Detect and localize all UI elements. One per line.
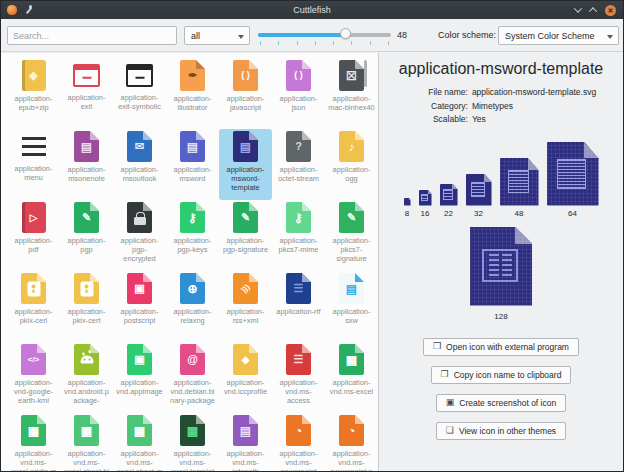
view-themes-button[interactable]: ❏View icon in other themes (436, 422, 566, 440)
size-label: 48 (515, 209, 524, 218)
slider-tick (351, 41, 352, 45)
maximize-icon[interactable] (589, 7, 597, 15)
icon-label: application-vnd.ms-excel.addin.m (7, 449, 60, 471)
icon-label: application-pgp-signature (219, 236, 272, 254)
pin-icon[interactable] (24, 5, 34, 15)
icon-grid-item[interactable]: )))application-rss+xml (219, 271, 272, 342)
icon-label: application-vnd.ms-powerpoint.a (325, 449, 378, 471)
icon-grid-item[interactable]: application-pkix-cerl (7, 271, 60, 342)
keyhole-glyph (80, 281, 93, 296)
icon-grid-item[interactable]: ◔application-vnd.ms-powerpoint.a (325, 413, 378, 471)
icon-grid-item[interactable]: ▣application-postscript (113, 271, 166, 342)
icon-grid-item[interactable]: ▦application-vnd.ms-excel.templat (166, 413, 219, 471)
mimetype-icon: ✎ (233, 202, 258, 233)
icon-label: application-menu (7, 164, 60, 182)
preview-icon (440, 184, 458, 206)
titlebar[interactable]: Cuttlefish ✕ (1, 1, 623, 19)
mimetype-icon: ☒ (339, 60, 364, 91)
preview-icon (419, 190, 432, 206)
icon-label: application-illustrator (166, 94, 219, 112)
icon-grid-item[interactable]: ☰application-rtf (272, 271, 325, 342)
category-filter-dropdown[interactable]: all (184, 26, 250, 45)
cuttlefish-window: Cuttlefish ✕ all 48 Color scheme: System… (0, 0, 624, 472)
size-label: 64 (568, 209, 577, 218)
icon-grid-item[interactable]: ⚷application-pkcs7-mime (272, 200, 325, 271)
icon-grid-item[interactable]: ?application-octet-stream (272, 129, 325, 200)
icon-label: application-pgp-encrypted (113, 236, 166, 263)
icon-grid-item[interactable]: ▤application-msonenote (60, 129, 113, 200)
screenshot-button[interactable]: ▣Create screenshot of icon (436, 394, 566, 412)
color-scheme-dropdown[interactable]: System Color Scheme (498, 26, 619, 45)
icon-grid-item[interactable]: application-pgp-encrypted (113, 200, 166, 271)
slider-tick (297, 41, 298, 45)
icon-grid-item[interactable]: ✎application-pkcs7-signature (325, 200, 378, 271)
icon-grid-item[interactable]: ✉application-msoutlook (113, 129, 166, 200)
icon-label: application-vnd.android.package- (60, 378, 113, 405)
icon-label: application-pgp-keys (166, 236, 219, 254)
mimetype-icon: ☰ (286, 273, 311, 304)
icon-grid-item[interactable]: ✒application-illustrator (166, 58, 219, 129)
icon-grid-item[interactable]: ◔application-vnd.ms-powerpoint (272, 413, 325, 471)
icon-grid-item[interactable]: ▤application-msword-template (219, 129, 272, 200)
size-label: 16 (421, 209, 430, 218)
icon-grid-item[interactable]: ▤application-msword (166, 129, 219, 200)
icon-grid-item[interactable]: ◆application-vnd.iccprofile (219, 342, 272, 413)
vertical-scrollbar[interactable] (364, 60, 367, 87)
icon-grid-item[interactable]: ✎application-pgp (60, 200, 113, 271)
glyph: ▦ (74, 415, 99, 446)
icon-grid-item[interactable]: ▷application-pdf (7, 200, 60, 271)
icon-label: application-vnd.debian.binary-package (166, 378, 219, 405)
close-icon[interactable]: ✕ (605, 5, 616, 16)
glyph: ⊕ (180, 273, 205, 304)
icon-label: application-mac-binhex40 (325, 94, 378, 112)
icon-label: application-exit-symbolic (113, 93, 166, 111)
icon-grid-item[interactable]: ▦application-vnd.ms-excel.sheet.bi (60, 413, 113, 471)
icon-grid-item[interactable]: application-exit (60, 58, 113, 129)
icon-grid-item[interactable]: ☰application-vnd.ms-access (272, 342, 325, 413)
glyph: ( ) (233, 60, 258, 91)
mimetype-icon: ✒ (180, 60, 205, 91)
glyph: ☰ (286, 273, 311, 304)
mimetype-icon: ▤ (233, 131, 258, 162)
mimetype-icon: ✎ (339, 202, 364, 233)
glyph: ))) (226, 269, 266, 309)
icon-size-slider[interactable] (258, 26, 391, 46)
search-input[interactable] (7, 26, 177, 45)
icon-metadata: File name: application-msword-template.s… (406, 86, 596, 127)
icon-label: application-pkix-cerl (7, 307, 60, 325)
mimetype-icon: ( ) (233, 60, 258, 91)
icon-grid-item[interactable]: ▤application-sxw (325, 271, 378, 342)
button-label: Copy icon name to clipboard (454, 370, 562, 380)
icon-label: application-msword-template (219, 165, 272, 192)
icon-grid-item[interactable]: ▤application-vnd.ms-infopath (219, 413, 272, 471)
icon-grid-item[interactable]: ◈application-epub+zip (7, 58, 60, 129)
icon-grid-item[interactable]: @application-vnd.debian.binary-package (166, 342, 219, 413)
icon-grid-item[interactable]: ▦application-vnd.ms-excel (325, 342, 378, 413)
icon-grid-item[interactable]: ▦application-vnd.ms-excel.sheet.m (113, 413, 166, 471)
slider-thumb[interactable] (340, 28, 351, 39)
icon-label: application-epub+zip (7, 94, 60, 112)
minimize-icon[interactable] (574, 4, 582, 12)
glyph: ▷ (22, 202, 46, 233)
icon-grid-item[interactable]: ☒application-mac-binhex40 (325, 58, 378, 129)
icon-grid-item[interactable]: application-pkix-cert (60, 271, 113, 342)
mimetype-icon: ▦ (180, 415, 205, 446)
copy-name-button[interactable]: ❐Copy icon name to clipboard (431, 366, 572, 384)
icon-grid-item[interactable]: ( )application-javascript (219, 58, 272, 129)
glyph: ▤ (339, 273, 364, 304)
mimetype-icon: ▤ (180, 131, 205, 162)
size-label: 8 (405, 209, 409, 218)
icon-grid-item[interactable]: ♪application-ogg (325, 129, 378, 200)
icon-grid-item[interactable]: ▣application-vnd.appimage (113, 342, 166, 413)
icon-grid-item[interactable]: ⊕application-relaxng (166, 271, 219, 342)
icon-grid-item[interactable]: ✎application-pgp-signature (219, 200, 272, 271)
mimetype-icon: ◔ (286, 415, 311, 446)
icon-grid-item[interactable]: application-exit-symbolic (113, 58, 166, 129)
open-external-button[interactable]: ❒Open icon with external program (423, 338, 579, 356)
icon-grid-item[interactable]: ⚷application-pgp-keys (166, 200, 219, 271)
icon-grid-item[interactable]: </>application-vnd-google-earth-kml (7, 342, 60, 413)
icon-grid-item[interactable]: ( )application-json (272, 58, 325, 129)
icon-grid-item[interactable]: application-menu (7, 129, 60, 200)
icon-grid-item[interactable]: application-vnd.android.package- (60, 342, 113, 413)
icon-grid-item[interactable]: ▦application-vnd.ms-excel.addin.m (7, 413, 60, 471)
